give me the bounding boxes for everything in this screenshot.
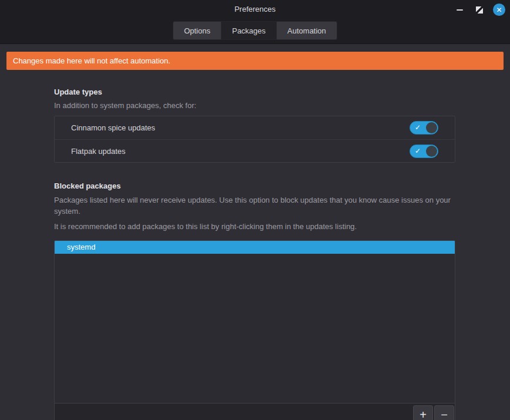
close-icon: ✕	[496, 6, 502, 14]
info-banner-text: Changes made here will not affect automa…	[13, 56, 170, 65]
list-toolbar: + −	[55, 403, 455, 420]
minimize-button[interactable]	[453, 4, 466, 16]
toggle-label: Flatpak updates	[71, 147, 126, 156]
check-icon: ✓	[415, 147, 421, 156]
tab-automation[interactable]: Automation	[277, 21, 337, 40]
blocked-packages-list[interactable]: systemd	[55, 241, 455, 403]
toggle-knob	[426, 122, 437, 133]
list-item-systemd[interactable]: systemd	[55, 241, 455, 254]
add-package-button[interactable]: +	[413, 405, 433, 420]
update-types-heading: Update types	[54, 88, 455, 96]
tab-bar: Options Packages Automation	[0, 21, 510, 40]
info-banner: Changes made here will not affect automa…	[6, 52, 504, 70]
toggle-row-flatpak: Flatpak updates ✓	[55, 139, 455, 162]
tab-packages[interactable]: Packages	[222, 21, 277, 40]
preferences-window: Preferences ✕ Options Packages Automatio…	[0, 0, 510, 420]
minimize-icon	[457, 9, 463, 11]
blocked-packages-heading: Blocked packages	[54, 182, 455, 190]
close-button[interactable]: ✕	[493, 4, 505, 16]
remove-package-button[interactable]: −	[434, 405, 454, 420]
cinnamon-spices-toggle[interactable]: ✓	[410, 121, 438, 135]
check-icon: ✓	[415, 123, 421, 132]
restore-icon	[476, 6, 483, 14]
restore-button[interactable]	[473, 4, 486, 16]
blocked-packages-description-1: Packages listed here will never receive …	[54, 195, 455, 217]
blocked-packages-description-2: It is recommended to add packages to thi…	[54, 221, 455, 233]
flatpak-toggle[interactable]: ✓	[410, 145, 438, 158]
toggle-knob	[426, 146, 437, 157]
tab-options[interactable]: Options	[173, 21, 222, 40]
packages-tab-content: Update types In addition to system packa…	[54, 70, 455, 420]
blocked-packages-panel: systemd + −	[54, 240, 455, 420]
update-types-box: Cinnamon spice updates ✓ Flatpak updates…	[54, 116, 455, 163]
window-title: Preferences	[0, 5, 510, 14]
window-controls: ✕	[453, 0, 505, 19]
window-header: Preferences ✕ Options Packages Automatio…	[0, 0, 510, 44]
toggle-label: Cinnamon spice updates	[71, 123, 155, 132]
update-types-subtitle: In addition to system packages, check fo…	[54, 101, 455, 110]
toggle-row-cinnamon-spices: Cinnamon spice updates ✓	[55, 116, 455, 139]
titlebar[interactable]: Preferences ✕	[0, 0, 510, 19]
